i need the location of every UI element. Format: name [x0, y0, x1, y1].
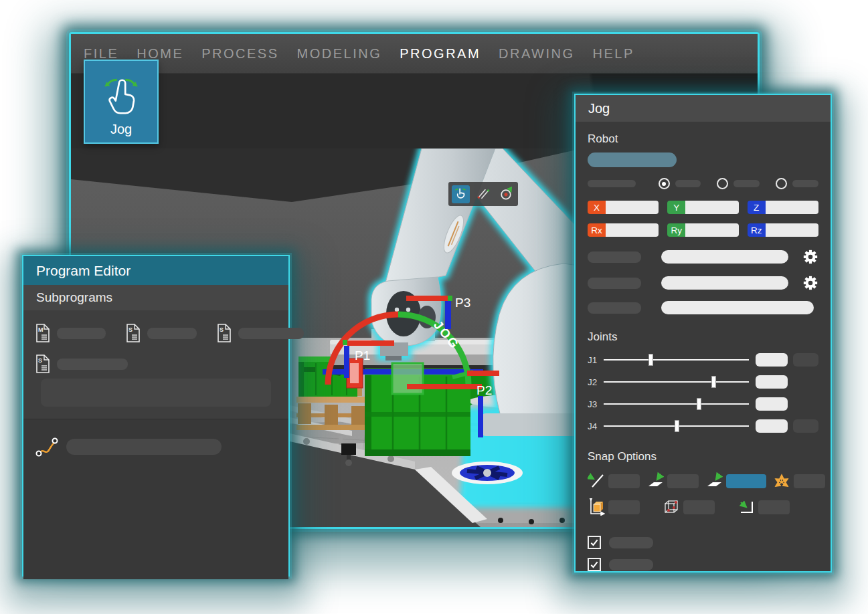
- mode-radio-3[interactable]: [776, 178, 787, 189]
- axis-rz-input[interactable]: [766, 223, 818, 237]
- snap-vertex-button[interactable]: [683, 500, 715, 514]
- config-input-1[interactable]: [661, 250, 788, 264]
- svg-text:S: S: [38, 357, 42, 364]
- jog-panel-title: Jog: [576, 95, 831, 122]
- mode-option-placeholder: [675, 180, 701, 187]
- main-program-item[interactable]: M: [35, 324, 106, 342]
- menu-item-modeling[interactable]: MODELING: [297, 46, 382, 62]
- config-row-1: [588, 249, 818, 265]
- statement-placeholder[interactable]: [66, 439, 222, 455]
- snap-face-button[interactable]: [667, 474, 699, 488]
- menu-item-drawing[interactable]: DRAWING: [499, 46, 574, 62]
- jog-tool-button-label: Jog: [110, 122, 132, 137]
- axis-y-input[interactable]: [685, 201, 738, 214]
- snap-corner-button[interactable]: [758, 500, 790, 514]
- axis-rz-badge: Rz: [748, 223, 766, 237]
- path-statement-icon: [35, 437, 58, 457]
- subprogram-doc-icon: S: [35, 354, 50, 373]
- snap-edge-button[interactable]: [608, 474, 640, 488]
- joints-section-label: Joints: [588, 330, 818, 344]
- snap-origin-button[interactable]: [794, 474, 825, 488]
- joint-label: J1: [588, 355, 604, 365]
- svg-text:S: S: [128, 326, 133, 333]
- snap-edge-icon: [588, 472, 605, 490]
- joint-label: J2: [588, 377, 604, 387]
- option-label-placeholder: [609, 537, 653, 548]
- axis-y-badge: Y: [667, 201, 685, 214]
- joint-row-j1: J1: [588, 353, 818, 367]
- subprogram-item[interactable]: S: [217, 324, 304, 342]
- trace-lines-icon[interactable]: [474, 185, 493, 203]
- joint-step-box: [793, 419, 818, 433]
- snap-face-arrow-button[interactable]: [726, 474, 766, 488]
- axis-x-input[interactable]: [606, 201, 659, 214]
- mode-label-placeholder: [588, 180, 636, 187]
- joint-value-j4[interactable]: [756, 419, 788, 433]
- joint-slider-j4[interactable]: [604, 425, 749, 427]
- joint-value-j1[interactable]: [756, 353, 788, 367]
- reach-target-icon[interactable]: [497, 185, 515, 203]
- joint-step-box: [793, 353, 818, 367]
- joint-label: J3: [588, 399, 604, 409]
- option-toggle-row-1: [588, 536, 818, 549]
- robot-selector[interactable]: [588, 152, 677, 167]
- config-label-placeholder: [588, 278, 641, 289]
- jog-hand-icon: [102, 75, 141, 119]
- config-row-3: [588, 301, 818, 314]
- jog-handle-green[interactable]: [392, 363, 423, 394]
- gear-icon[interactable]: [802, 249, 818, 265]
- option-label-placeholder: [609, 559, 653, 571]
- joint-value-j3[interactable]: [756, 397, 788, 411]
- program-name-placeholder[interactable]: [147, 328, 197, 339]
- snap-face-option: [646, 472, 699, 490]
- axis-x-badge: X: [588, 201, 606, 214]
- joint-slider-j1[interactable]: [604, 359, 749, 361]
- axis-ry-input[interactable]: [685, 223, 738, 237]
- snap-face-icon: [646, 472, 664, 490]
- subprogram-item[interactable]: S: [126, 324, 197, 342]
- snap-origin-icon: [773, 472, 790, 490]
- config-label-placeholder: [588, 302, 641, 314]
- subprogram-doc-icon: S: [126, 324, 141, 342]
- selected-statement-row[interactable]: [41, 379, 271, 407]
- gear-icon[interactable]: [802, 275, 818, 291]
- axis-ry-badge: Ry: [667, 223, 685, 237]
- jog-mode-row: [588, 178, 818, 189]
- subprogram-item[interactable]: S: [35, 354, 128, 373]
- jog-panel: Jog Robot X Y Z Rx Ry Rz: [574, 94, 832, 573]
- mode-radio-2[interactable]: [717, 178, 728, 189]
- joint-slider-j3[interactable]: [604, 403, 749, 405]
- snap-options-label: Snap Options: [588, 450, 818, 464]
- program-name-placeholder[interactable]: [57, 359, 128, 370]
- subprograms-header[interactable]: Subprograms: [23, 285, 288, 310]
- joint-slider-j2[interactable]: [604, 381, 749, 383]
- marketing-composition: FILE HOME PROCESS MODELING PROGRAM DRAWI…: [0, 0, 868, 614]
- menu-item-program[interactable]: PROGRAM: [400, 46, 481, 62]
- axis-z-input[interactable]: [766, 201, 818, 214]
- config-input-3[interactable]: [661, 301, 814, 314]
- path-statement-row[interactable]: [35, 437, 276, 457]
- mode-radio-1[interactable]: [659, 178, 670, 189]
- joint-value-j2[interactable]: [756, 375, 788, 389]
- axis-rx-input[interactable]: [606, 223, 659, 237]
- svg-text:S: S: [220, 326, 224, 333]
- option-checkbox-1[interactable]: [588, 536, 601, 549]
- program-name-placeholder[interactable]: [238, 328, 304, 339]
- check-icon: [590, 538, 599, 547]
- main-program-doc-icon: M: [35, 324, 50, 342]
- menu-item-help[interactable]: HELP: [593, 46, 634, 62]
- subprogram-doc-icon: S: [217, 324, 232, 342]
- snap-boundingbox-button[interactable]: [608, 500, 640, 514]
- point-label-p2: P2: [476, 383, 492, 397]
- svg-text:M: M: [38, 326, 44, 333]
- check-icon: [590, 560, 599, 569]
- jog-hand-icon[interactable]: [452, 185, 470, 203]
- snap-corner-option: [737, 498, 790, 516]
- menu-item-process[interactable]: PROCESS: [201, 46, 278, 62]
- option-checkbox-2[interactable]: [588, 558, 601, 571]
- snap-face-arrow-icon: [705, 472, 723, 490]
- jog-tool-button[interactable]: Jog: [84, 60, 159, 144]
- program-name-placeholder[interactable]: [57, 328, 106, 339]
- snap-boundingbox-icon: [588, 498, 605, 516]
- config-input-2[interactable]: [661, 276, 788, 290]
